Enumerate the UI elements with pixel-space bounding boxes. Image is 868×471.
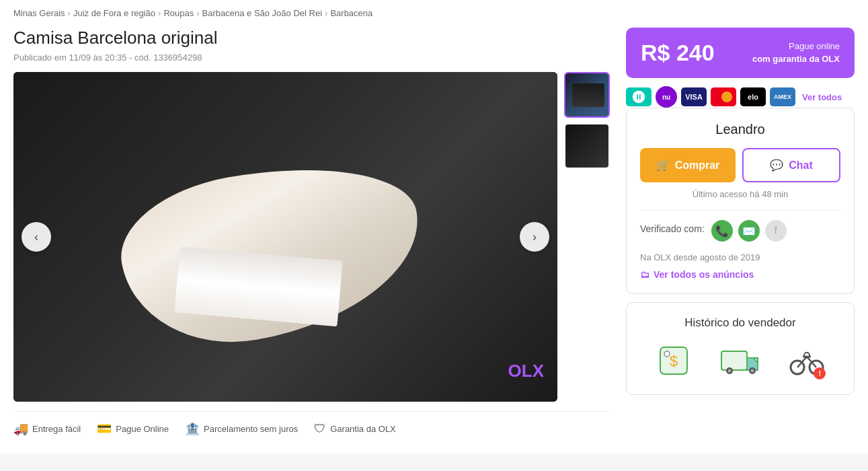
historico-title: Histórico do vendedor [640,316,840,330]
svg-point-2 [664,351,670,357]
price-box: R$ 240 Pague online com garantia da OLX [626,28,855,78]
feature-delivery: 🚚 Entrega fácil [13,421,81,436]
cart-icon: 🛒 [656,159,670,172]
historico-card: Histórico do vendedor $ [626,302,855,395]
ver-todos-link[interactable]: Ver todos [802,92,842,102]
thumbnail-image-2 [565,124,608,168]
image-area: OLX ‹ › [13,72,610,402]
chat-icon: 💬 [770,159,783,172]
breadcrumb: Minas Gerais › Juiz de Fora e região › R… [13,8,855,18]
features-bar: 🚚 Entrega fácil 💳 Pague Online 🏦 Parcela… [13,411,610,445]
thumbnail-image-1 [565,73,608,116]
hist-tag-item: $ [654,340,694,381]
feature-pay-online: 💳 Pague Online [97,421,169,436]
hist-bike-icon: ! [787,340,827,381]
verify-facebook-icon: f [765,220,787,242]
payment-visa-icon: VISA [681,87,707,106]
guarantee-icon: 🛡 [314,422,326,436]
verify-section: Verificado com: 📞 ✉️ f [640,220,840,244]
pay-online-label: Pague Online [116,424,169,434]
payment-mastercard-icon [711,87,736,106]
delivery-icon: 🚚 [13,421,28,436]
price-amount: R$ 240 [641,40,715,66]
verify-icons: 📞 ✉️ f [711,220,787,242]
ver-anuncios-label: Ver todos os anúncios [654,269,754,280]
verify-phone-icon: 📞 [711,220,733,242]
buy-label: Comprar [675,159,720,172]
left-column: Camisa Barcelona original Publicado em 1… [13,28,610,445]
svg-text:$: $ [670,353,678,369]
svg-point-5 [727,369,731,373]
hist-bike-item: ! [787,340,827,381]
next-image-button[interactable]: › [520,222,549,252]
hist-tag-icon: $ [654,340,694,381]
breadcrumb-item-4[interactable]: Barbacena e São João Del Rei [202,8,323,18]
ver-anuncios-link[interactable]: 🗂 Ver todos os anúncios [640,269,840,280]
delivery-label: Entrega fácil [32,424,81,434]
feature-guarantee: 🛡 Garantia da OLX [314,422,396,436]
separator: › [196,8,199,18]
product-meta: Publicado em 11/09 às 20:35 - cód. 13369… [13,52,610,63]
hist-truck-icon [720,340,760,381]
breadcrumb-item-1[interactable]: Minas Gerais [13,8,65,18]
prev-image-button[interactable]: ‹ [22,222,51,252]
seller-card: Leandro 🛒 Comprar 💬 Chat Último acesso h… [626,108,855,294]
guarantee-label: Garantia da OLX [330,424,396,434]
payment-elo-icon: elo [740,87,766,106]
payment-amex-icon: AMEX [770,87,795,106]
page-wrapper: Minas Gerais › Juiz de Fora e região › R… [0,0,868,454]
divider [640,210,840,211]
installment-icon: 🏦 [185,421,200,436]
seller-name: Leandro [640,122,840,137]
hist-truck-item [720,340,760,381]
separator: › [68,8,71,18]
product-title: Camisa Barcelona original [13,28,610,48]
thumbnail-list [564,72,610,402]
historico-icons: $ [640,340,840,381]
right-column: R$ 240 Pague online com garantia da OLX … [626,28,855,395]
verificado-label: Verificado com: [640,223,705,234]
thumbnail-1[interactable] [564,72,610,118]
olx-watermark: OLX [508,361,544,382]
pay-online-icon: 💳 [97,421,112,436]
main-image-container: OLX ‹ › [13,72,557,402]
svg-rect-3 [721,351,747,370]
last-access: Último acesso há 48 min [640,189,840,199]
layers-icon: 🗂 [640,269,649,280]
separator: › [325,8,327,18]
chat-button[interactable]: 💬 Chat [742,148,840,182]
payment-nubank-icon: nu [656,86,677,108]
main-layout: Camisa Barcelona original Publicado em 1… [13,28,855,445]
action-buttons: 🛒 Comprar 💬 Chat [640,148,840,182]
feature-installment: 🏦 Parcelamento sem juros [185,421,298,436]
payment-icons-row: nu VISA elo AMEX Ver todos [626,86,855,108]
payment-pix-icon [626,87,652,106]
buy-button[interactable]: 🛒 Comprar [640,148,736,182]
chat-label: Chat [789,159,813,172]
price-label: Pague online com garantia da OLX [752,40,840,65]
olx-since: Na OLX desde agosto de 2019 [640,252,840,262]
separator: › [158,8,161,18]
breadcrumb-item-5: Barbacena [330,8,372,18]
installment-label: Parcelamento sem juros [204,424,298,434]
breadcrumb-item-2[interactable]: Juiz de Fora e região [73,8,155,18]
svg-point-7 [750,369,754,373]
product-image [13,72,557,402]
breadcrumb-item-3[interactable]: Roupas [163,8,194,18]
verify-email-icon: ✉️ [738,220,760,242]
thumbnail-2[interactable] [564,123,610,169]
